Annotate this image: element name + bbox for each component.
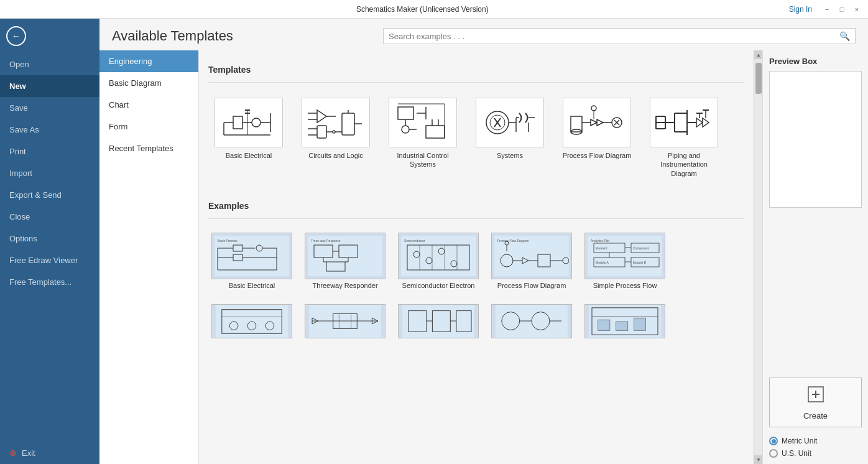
template-piping[interactable]: Piping and Instrumentation Diagram	[644, 92, 724, 183]
template-industrial-control[interactable]: Industrial Control Systems	[382, 92, 463, 183]
metric-unit-option[interactable]: Metric Unit	[769, 437, 862, 445]
example-simple-process[interactable]: Analytics Plot Element Component Module …	[581, 228, 668, 294]
subnav-basic-diagram[interactable]: Basic Diagram	[99, 72, 198, 94]
titlebar: Schematics Maker (Unlicensed Version) Si…	[0, 0, 868, 19]
example-grid: Basic Process	[208, 228, 744, 294]
subnav-engineering[interactable]: Engineering	[99, 50, 198, 72]
example-row2-5[interactable]	[581, 300, 668, 343]
example-process-flow[interactable]: Process Flow Diagram	[488, 228, 575, 294]
example-thumb-row2-2	[305, 304, 386, 338]
svg-text:Component: Component	[633, 246, 649, 250]
metric-radio-inner	[772, 439, 776, 443]
sidebar-item-save-as[interactable]: Save As	[0, 119, 99, 141]
templates-section-header: Templates	[208, 60, 744, 83]
sidebar-item-export-send[interactable]: Export & Send	[0, 184, 99, 206]
example-row2-3[interactable]	[395, 300, 482, 343]
unit-options: Metric Unit U.S. Unit	[769, 437, 862, 458]
example-label-process-flow: Process Flow Diagram	[497, 282, 566, 289]
template-thumb-systems	[476, 98, 544, 147]
search-bar: 🔍	[383, 28, 856, 44]
maximize-button[interactable]: □	[837, 4, 847, 14]
templates-area: Templates	[199, 50, 754, 464]
scrollbar-thumb[interactable]	[755, 63, 762, 94]
template-thumb-basic-electrical	[215, 98, 283, 147]
svg-text:Process Flow Diagram: Process Flow Diagram	[497, 239, 529, 243]
template-thumb-piping	[650, 98, 718, 147]
example-row2-2[interactable]	[302, 300, 389, 343]
example-thumb-process-flow: Process Flow Diagram	[491, 233, 572, 279]
scrollbar[interactable]: ▲ ▼	[754, 50, 762, 464]
example-thumb-row2-5	[584, 304, 665, 338]
sidebar: ← Open New Save Save As Print Import Exp…	[0, 19, 99, 464]
us-unit-option[interactable]: U.S. Unit	[769, 449, 862, 458]
template-label-circuits-logic: Circuits and Logic	[308, 151, 362, 160]
examples-section-header: Examples	[208, 196, 744, 219]
example-thumb-row2-3	[398, 304, 479, 338]
preview-box	[769, 71, 862, 208]
sidebar-item-open[interactable]: Open	[0, 53, 99, 75]
template-label-basic-electrical: Basic Electrical	[226, 151, 272, 160]
example-thumb-threeway: Three-way Response	[305, 233, 386, 279]
example-threeway[interactable]: Three-way Response	[302, 228, 389, 294]
subnav-form[interactable]: Form	[99, 116, 198, 137]
subnav-chart[interactable]: Chart	[99, 94, 198, 116]
close-button[interactable]: ×	[852, 4, 862, 14]
exit-icon: ⊗	[9, 448, 17, 458]
example-row2-4[interactable]	[488, 300, 575, 343]
example-thumb-row2-1	[211, 304, 292, 338]
sidebar-item-close[interactable]: Close	[0, 206, 99, 228]
window-controls: − □ ×	[822, 4, 862, 14]
us-unit-label: U.S. Unit	[782, 449, 811, 458]
back-icon: ←	[6, 26, 26, 46]
metric-unit-label: Metric Unit	[782, 437, 817, 445]
create-label: Create	[803, 411, 828, 420]
template-systems[interactable]: Systems	[469, 92, 550, 183]
example-semiconductor[interactable]: Semiconductor	[395, 228, 482, 294]
sign-in-link[interactable]: Sign In	[789, 5, 812, 14]
template-circuits-logic[interactable]: Circuits and Logic	[295, 92, 376, 183]
create-button[interactable]: Create	[769, 378, 862, 427]
sidebar-item-new[interactable]: New	[0, 75, 99, 97]
sidebar-item-options[interactable]: Options	[0, 228, 99, 249]
svg-rect-159	[598, 320, 610, 330]
template-basic-electrical[interactable]: Basic Electrical	[208, 92, 289, 183]
sub-nav: Engineering Basic Diagram Chart Form Rec…	[99, 50, 199, 464]
sidebar-item-print[interactable]: Print	[0, 141, 99, 162]
sidebar-item-free-edraw[interactable]: Free Edraw Viewer	[0, 249, 99, 271]
example-label-semiconductor: Semiconductor Electron	[402, 282, 475, 289]
preview-title: Preview Box	[769, 57, 862, 66]
example-label-threeway: Threeway Responder	[312, 282, 377, 289]
template-label-piping: Piping and Instrumentation Diagram	[649, 151, 719, 178]
svg-text:Element: Element	[596, 246, 607, 250]
sidebar-item-free-templates[interactable]: Free Templates...	[0, 271, 99, 293]
example-row2-1[interactable]	[208, 300, 295, 343]
subnav-recent[interactable]: Recent Templates	[99, 137, 198, 159]
example-thumb-basic-electrical: Basic Process	[211, 233, 292, 279]
search-input[interactable]	[389, 32, 839, 41]
search-icon[interactable]: 🔍	[839, 31, 850, 41]
svg-rect-160	[616, 322, 628, 330]
sidebar-item-exit[interactable]: ⊗ Exit	[0, 442, 99, 464]
template-thumb-circuits-logic	[302, 98, 370, 147]
svg-text:Basic Process: Basic Process	[218, 239, 238, 243]
example-thumb-row2-4	[491, 304, 572, 338]
template-label-industrial-control: Industrial Control Systems	[388, 151, 458, 169]
template-label-systems: Systems	[497, 151, 523, 160]
create-icon	[806, 384, 826, 409]
svg-text:Semiconductor: Semiconductor	[404, 239, 425, 243]
metric-radio[interactable]	[769, 437, 778, 445]
template-process-flow[interactable]: Process Flow Diagram	[556, 92, 637, 183]
example-label-simple-process: Simple Process Flow	[593, 282, 657, 289]
sidebar-item-save[interactable]: Save	[0, 97, 99, 119]
scrollbar-up[interactable]: ▲	[754, 50, 762, 59]
example-basic-electrical[interactable]: Basic Process	[208, 228, 295, 294]
exit-label: Exit	[22, 448, 35, 458]
us-radio[interactable]	[769, 449, 778, 458]
svg-rect-145	[402, 305, 474, 338]
sidebar-item-import[interactable]: Import	[0, 162, 99, 184]
example-grid-row2	[208, 300, 744, 343]
template-thumb-process-flow	[563, 98, 631, 147]
scrollbar-down[interactable]: ▼	[754, 455, 762, 464]
back-button[interactable]: ←	[0, 19, 99, 53]
minimize-button[interactable]: −	[822, 4, 832, 14]
